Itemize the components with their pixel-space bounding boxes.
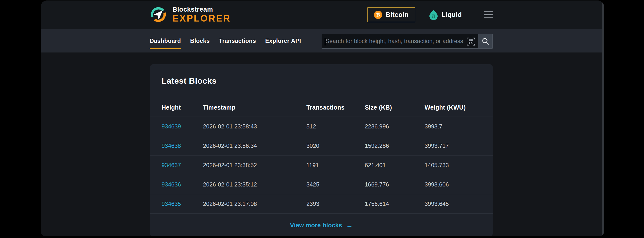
card-footer: View more blocks → xyxy=(150,214,493,236)
block-transactions: 3020 xyxy=(306,142,365,149)
block-row: 934635 2026-02-01 23:17:08 2393 1756.614… xyxy=(150,194,493,214)
bitcoin-coin-icon: ₿ xyxy=(374,11,382,19)
nav-items: DashboardBlocksTransactionsExplorer API xyxy=(150,29,301,52)
qr-scan-icon[interactable] xyxy=(467,37,475,46)
brand-text: Blockstream EXPLORER xyxy=(172,6,231,23)
block-weight-kwu: 3993.717 xyxy=(424,142,481,149)
search-input-wrap xyxy=(322,34,478,48)
arrow-right-icon[interactable]: → xyxy=(346,222,353,229)
block-size-kb: 1592.286 xyxy=(365,142,424,149)
svg-text:B: B xyxy=(432,13,436,19)
block-timestamp: 2026-02-01 23:35:12 xyxy=(203,181,306,188)
block-timestamp: 2026-02-01 23:38:52 xyxy=(203,162,306,169)
col-timestamp: Timestamp xyxy=(203,104,306,111)
nav-item-explorer-api[interactable]: Explorer API xyxy=(265,35,301,46)
blockstream-logo[interactable]: Blockstream EXPLORER xyxy=(150,6,231,23)
blocks-table-body: 934639 2026-02-01 23:58:43 512 2236.996 … xyxy=(150,117,493,214)
col-weight: Weight (KWU) xyxy=(424,104,481,111)
screenshot-stage: Blockstream EXPLORER ₿ Bitcoin B Liquid xyxy=(0,0,644,238)
brand-name: Blockstream xyxy=(172,6,231,13)
block-size-kb: 2236.996 xyxy=(365,123,424,130)
latest-blocks-title: Latest Blocks xyxy=(162,76,493,86)
network-switcher: ₿ Bitcoin B Liquid xyxy=(367,0,493,29)
block-size-kb: 621.401 xyxy=(365,162,424,169)
brand-product: EXPLORER xyxy=(172,14,231,23)
block-height-link[interactable]: 934638 xyxy=(162,142,181,149)
block-height-link[interactable]: 934639 xyxy=(162,123,181,130)
block-transactions: 512 xyxy=(306,123,365,130)
block-height-link[interactable]: 934636 xyxy=(162,181,181,188)
blockstream-compass-icon xyxy=(150,6,167,23)
block-weight-kwu: 3993.645 xyxy=(424,201,481,207)
block-weight-kwu: 3993.7 xyxy=(424,123,481,130)
block-row: 934636 2026-02-01 23:35:12 3425 1669.776… xyxy=(150,175,493,194)
page-body: Latest Blocks Height Timestamp Transacti… xyxy=(41,52,604,236)
search-input[interactable] xyxy=(322,34,478,48)
block-timestamp: 2026-02-01 23:56:34 xyxy=(203,142,306,149)
search-bar xyxy=(322,34,493,49)
liquid-network-label: Liquid xyxy=(442,11,462,19)
col-transactions: Transactions xyxy=(306,104,365,111)
liquid-drop-icon: B xyxy=(429,9,438,20)
block-transactions: 1191 xyxy=(306,162,365,169)
block-size-kb: 1669.776 xyxy=(365,181,424,188)
search-submit-button[interactable] xyxy=(478,34,492,48)
block-row: 934638 2026-02-01 23:56:34 3020 1592.286… xyxy=(150,136,493,156)
view-more-blocks-link[interactable]: View more blocks xyxy=(290,222,342,229)
col-size: Size (KB) xyxy=(365,104,424,111)
browser-viewport: Blockstream EXPLORER ₿ Bitcoin B Liquid xyxy=(41,0,604,236)
site-header: Blockstream EXPLORER ₿ Bitcoin B Liquid xyxy=(41,0,604,29)
block-weight-kwu: 3993.606 xyxy=(424,181,481,188)
block-height-link[interactable]: 934635 xyxy=(162,201,181,207)
main-navbar: DashboardBlocksTransactionsExplorer API xyxy=(41,29,604,52)
nav-item-transactions[interactable]: Transactions xyxy=(219,35,256,46)
nav-item-blocks[interactable]: Blocks xyxy=(190,35,210,46)
block-size-kb: 1756.614 xyxy=(365,201,424,207)
block-timestamp: 2026-02-01 23:58:43 xyxy=(203,123,306,130)
bitcoin-network-button[interactable]: ₿ Bitcoin xyxy=(367,7,415,22)
text-caret xyxy=(325,38,325,45)
vertical-scrollbar[interactable] xyxy=(602,0,604,236)
liquid-network-button[interactable]: B Liquid xyxy=(429,9,462,20)
blocks-table-header: Height Timestamp Transactions Size (KB) … xyxy=(150,104,493,117)
nav-item-dashboard[interactable]: Dashboard xyxy=(150,35,181,46)
col-height: Height xyxy=(162,104,203,111)
block-row: 934637 2026-02-01 23:38:52 1191 621.401 … xyxy=(150,156,493,175)
block-timestamp: 2026-02-01 23:17:08 xyxy=(203,201,306,207)
magnifier-icon xyxy=(482,37,489,45)
block-row: 934639 2026-02-01 23:58:43 512 2236.996 … xyxy=(150,117,493,136)
block-transactions: 3425 xyxy=(306,181,365,188)
menu-hamburger-icon[interactable] xyxy=(484,11,493,18)
block-weight-kwu: 1405.733 xyxy=(424,162,481,169)
latest-blocks-card: Latest Blocks Height Timestamp Transacti… xyxy=(150,64,493,236)
block-transactions: 2393 xyxy=(306,201,365,207)
bitcoin-network-label: Bitcoin xyxy=(386,11,408,19)
block-height-link[interactable]: 934637 xyxy=(162,162,181,168)
